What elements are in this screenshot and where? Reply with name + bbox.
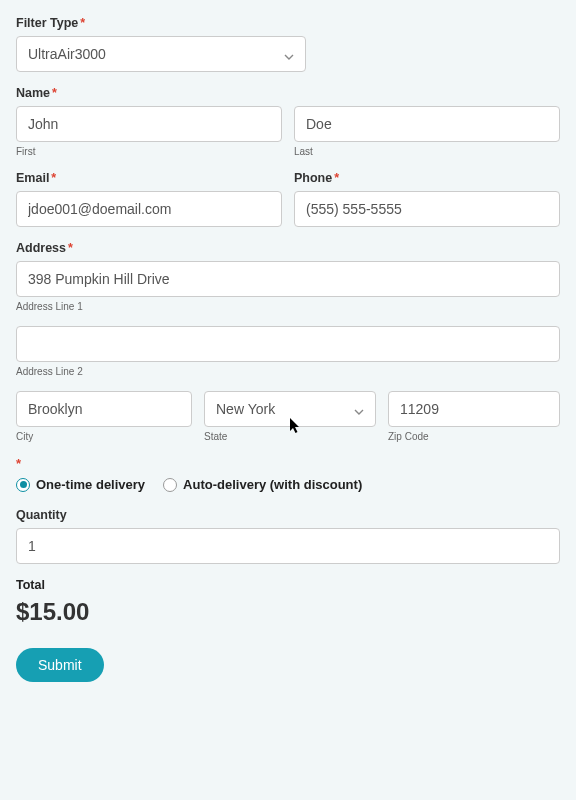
address-line2-input[interactable] (16, 326, 560, 362)
radio-unchecked-icon (163, 478, 177, 492)
quantity-input[interactable] (16, 528, 560, 564)
delivery-onetime-radio[interactable]: One-time delivery (16, 477, 145, 492)
last-name-input[interactable] (294, 106, 560, 142)
filter-type-label: Filter Type* (16, 16, 560, 30)
required-asterisk: * (16, 456, 560, 471)
total-label: Total (16, 578, 560, 592)
address-label: Address* (16, 241, 560, 255)
city-sublabel: City (16, 431, 192, 442)
required-asterisk: * (51, 171, 56, 185)
state-select[interactable]: New York (204, 391, 376, 427)
total-amount: $15.00 (16, 598, 560, 626)
required-asterisk: * (80, 16, 85, 30)
chevron-down-icon (354, 404, 364, 414)
state-value: New York (216, 401, 275, 417)
email-input[interactable] (16, 191, 282, 227)
radio-checked-icon (16, 478, 30, 492)
chevron-down-icon (284, 49, 294, 59)
last-name-sublabel: Last (294, 146, 560, 157)
name-label: Name* (16, 86, 560, 100)
required-asterisk: * (52, 86, 57, 100)
state-sublabel: State (204, 431, 376, 442)
first-name-input[interactable] (16, 106, 282, 142)
zip-sublabel: Zip Code (388, 431, 560, 442)
quantity-label: Quantity (16, 508, 560, 522)
filter-type-value: UltraAir3000 (28, 46, 106, 62)
delivery-onetime-label: One-time delivery (36, 477, 145, 492)
required-asterisk: * (68, 241, 73, 255)
required-asterisk: * (334, 171, 339, 185)
submit-button[interactable]: Submit (16, 648, 104, 682)
email-label: Email* (16, 171, 282, 185)
zip-input[interactable] (388, 391, 560, 427)
city-input[interactable] (16, 391, 192, 427)
phone-label: Phone* (294, 171, 560, 185)
first-name-sublabel: First (16, 146, 282, 157)
delivery-auto-label: Auto-delivery (with discount) (183, 477, 362, 492)
delivery-auto-radio[interactable]: Auto-delivery (with discount) (163, 477, 362, 492)
address-line1-input[interactable] (16, 261, 560, 297)
filter-type-select[interactable]: UltraAir3000 (16, 36, 306, 72)
phone-input[interactable] (294, 191, 560, 227)
address-line1-sublabel: Address Line 1 (16, 301, 560, 312)
address-line2-sublabel: Address Line 2 (16, 366, 560, 377)
